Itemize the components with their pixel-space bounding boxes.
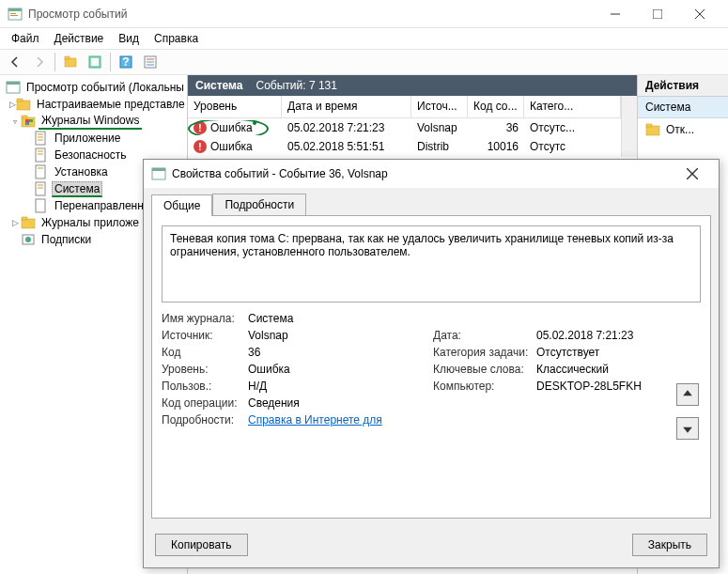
minimize-button[interactable] <box>594 1 636 27</box>
log-icon <box>34 131 49 146</box>
svg-rect-37 <box>36 182 45 195</box>
svg-rect-45 <box>646 126 659 135</box>
list-header: Система Событий: 7 131 <box>188 75 637 96</box>
menu-help[interactable]: Справка <box>147 30 206 47</box>
svg-rect-1 <box>8 8 22 11</box>
winlogs-icon <box>21 114 36 129</box>
folder-icon <box>21 215 36 230</box>
log-icon <box>34 198 49 213</box>
tree-custom-views[interactable]: ▷ Настраиваемые представле <box>2 96 185 113</box>
menu-view[interactable]: Вид <box>111 30 147 47</box>
svg-rect-8 <box>65 58 76 67</box>
tree-root[interactable]: Просмотр событий (Локальны <box>2 79 185 96</box>
action-open[interactable]: Отк... <box>638 118 728 141</box>
close-dialog-button[interactable]: Закрыть <box>632 534 707 556</box>
error-icon: ! <box>194 140 207 153</box>
svg-rect-3 <box>10 15 18 16</box>
svg-rect-28 <box>36 132 45 145</box>
col-category[interactable]: Катего... <box>524 96 621 117</box>
event-message: Теневая копия тома C: прервана, так как … <box>162 225 701 303</box>
svg-rect-27 <box>29 122 33 125</box>
forward-button[interactable] <box>28 51 51 73</box>
back-button[interactable] <box>4 51 26 73</box>
toolbar-btn-3[interactable] <box>139 51 162 73</box>
svg-rect-26 <box>25 122 29 125</box>
menu-bar: Файл Действие Вид Справка <box>0 28 728 49</box>
svg-rect-42 <box>22 217 27 220</box>
menu-file[interactable]: Файл <box>4 30 47 47</box>
svg-rect-20 <box>17 101 30 110</box>
toolbar-btn-1[interactable] <box>59 51 82 73</box>
svg-rect-48 <box>152 168 165 171</box>
subs-icon <box>21 232 36 247</box>
list-header-name: Система <box>195 79 243 92</box>
title-bar: Просмотр событий <box>0 0 728 28</box>
eventviewer-icon <box>6 80 21 95</box>
tree-application[interactable]: Приложение <box>2 130 185 147</box>
svg-rect-5 <box>653 9 662 19</box>
dialog-titlebar: Свойства событий - Событие 36, Volsnap <box>144 160 719 188</box>
menu-action[interactable]: Действие <box>47 30 112 47</box>
tree-windows-logs[interactable]: ▿ Журналы Windows <box>2 113 185 130</box>
scrollbar[interactable] <box>621 96 637 157</box>
prev-event-button[interactable] <box>676 383 699 406</box>
table-row[interactable]: !Ошибка 05.02.2018 5:51:51 Distrib 10016… <box>188 137 621 156</box>
col-level[interactable]: Уровень <box>188 96 282 117</box>
actions-system: Система <box>638 97 728 118</box>
svg-rect-40 <box>36 199 45 212</box>
expand-icon[interactable]: ▷ <box>9 218 21 227</box>
tab-content: Теневая копия тома C: прервана, так как … <box>151 215 711 519</box>
col-code[interactable]: Код со... <box>468 96 524 117</box>
help-icon[interactable]: ? <box>115 51 137 73</box>
dialog-tabs: Общие Подробности <box>144 188 719 215</box>
log-icon <box>34 181 49 196</box>
svg-point-44 <box>25 237 31 242</box>
copy-button[interactable]: Копировать <box>155 534 248 556</box>
next-event-button[interactable] <box>676 417 699 440</box>
folder-icon <box>16 97 31 112</box>
toolbar: ? <box>0 49 728 75</box>
app-icon <box>8 7 23 22</box>
svg-rect-35 <box>36 165 45 178</box>
tab-general[interactable]: Общие <box>151 194 212 216</box>
svg-rect-23 <box>22 116 27 118</box>
maximize-button[interactable] <box>636 1 678 27</box>
column-headers: Уровень Дата и время Источ... Код со... … <box>188 96 621 118</box>
actions-title: Действия <box>638 75 728 97</box>
window-title: Просмотр событий <box>28 8 594 21</box>
collapse-icon[interactable]: ▿ <box>9 117 21 126</box>
close-button[interactable] <box>678 1 720 27</box>
col-datetime[interactable]: Дата и время <box>282 96 411 117</box>
svg-rect-32 <box>36 148 45 162</box>
col-source[interactable]: Источ... <box>411 96 468 117</box>
log-icon <box>34 164 49 179</box>
svg-rect-21 <box>17 99 23 101</box>
svg-rect-2 <box>10 13 16 14</box>
table-row[interactable]: !Ошибка 05.02.2018 7:21:23 Volsnap 36 От… <box>188 118 621 137</box>
svg-rect-9 <box>65 56 70 59</box>
svg-rect-19 <box>7 82 20 85</box>
svg-rect-11 <box>91 58 99 66</box>
svg-rect-25 <box>29 119 33 122</box>
svg-rect-46 <box>646 124 652 127</box>
expand-icon[interactable]: ▷ <box>9 100 16 109</box>
help-link[interactable]: Справка в Интернете для <box>248 413 382 427</box>
svg-rect-41 <box>22 219 35 228</box>
svg-rect-24 <box>25 119 29 122</box>
svg-text:?: ? <box>122 55 129 69</box>
dialog-title: Свойства событий - Событие 36, Volsnap <box>172 167 674 180</box>
dialog-icon <box>151 166 166 181</box>
tab-details[interactable]: Подробности <box>212 194 306 215</box>
toolbar-btn-2[interactable] <box>84 51 106 73</box>
dialog-close-button[interactable] <box>674 161 711 187</box>
log-icon <box>34 147 49 163</box>
event-properties-dialog: Свойства событий - Событие 36, Volsnap О… <box>143 159 720 568</box>
folder-open-icon <box>645 122 660 137</box>
